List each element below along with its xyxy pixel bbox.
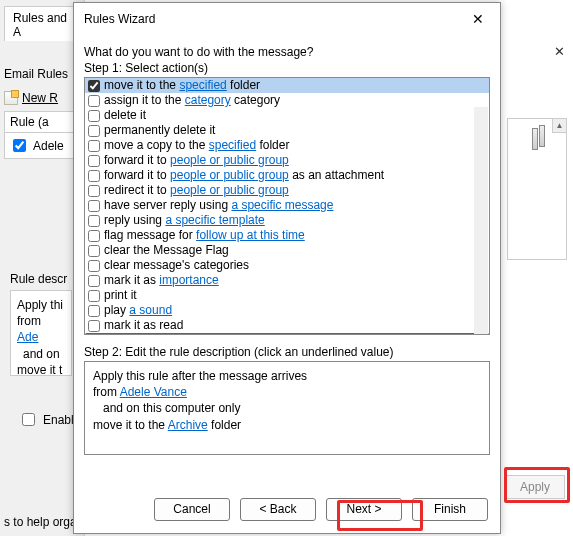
desc-line1: Apply this rule after the message arrive… bbox=[93, 368, 481, 384]
action-label: mark it as read bbox=[104, 319, 183, 332]
action-link[interactable]: follow up at this time bbox=[196, 228, 305, 242]
finish-button[interactable]: Finish bbox=[412, 498, 488, 521]
action-row[interactable]: have server reply using a specific messa… bbox=[85, 198, 489, 213]
action-checkbox[interactable] bbox=[88, 80, 100, 92]
action-checkbox[interactable] bbox=[88, 260, 100, 272]
rule-row-checkbox[interactable] bbox=[13, 139, 26, 152]
action-label: play a sound bbox=[104, 304, 172, 317]
next-button[interactable]: Next > bbox=[326, 498, 402, 521]
new-rule-label: New R bbox=[22, 91, 58, 105]
action-link[interactable]: people or public group bbox=[170, 168, 289, 182]
action-row[interactable]: forward it to people or public group as … bbox=[85, 168, 489, 183]
rule-row-name: Adele bbox=[33, 139, 64, 153]
action-link[interactable]: category bbox=[185, 93, 231, 107]
action-label: forward it to people or public group as … bbox=[104, 169, 384, 182]
action-label: have server reply using a specific messa… bbox=[104, 199, 333, 212]
action-link[interactable]: specified bbox=[209, 138, 256, 152]
desc-line4: move it to the Archive folder bbox=[93, 417, 481, 433]
apply-button[interactable]: Apply bbox=[505, 475, 565, 499]
back-button[interactable]: < Back bbox=[240, 498, 316, 521]
action-label: clear the Message Flag bbox=[104, 244, 229, 257]
action-link[interactable]: a specific template bbox=[165, 213, 264, 227]
action-checkbox[interactable] bbox=[88, 95, 100, 107]
new-rule-button[interactable]: New R bbox=[4, 91, 80, 105]
action-label: forward it to people or public group bbox=[104, 154, 289, 167]
desc-line3: and on this computer only bbox=[103, 400, 481, 416]
action-checkbox[interactable] bbox=[88, 140, 100, 152]
action-checkbox[interactable] bbox=[88, 200, 100, 212]
action-label: permanently delete it bbox=[104, 124, 215, 137]
rule-description-editor[interactable]: Apply this rule after the message arrive… bbox=[84, 361, 490, 455]
action-checkbox[interactable] bbox=[88, 155, 100, 167]
action-checkbox[interactable] bbox=[88, 320, 100, 332]
scroll-up-icon[interactable]: ▲ bbox=[552, 119, 566, 133]
desc-folder-link[interactable]: Archive bbox=[168, 418, 208, 432]
dialog-titlebar: Rules Wizard ✕ bbox=[74, 3, 500, 33]
new-rule-icon bbox=[4, 91, 18, 105]
desc-sender-link[interactable]: Adele Vance bbox=[120, 385, 187, 399]
action-link[interactable]: a sound bbox=[129, 303, 172, 317]
action-row[interactable]: delete it bbox=[85, 108, 489, 123]
step2-label: Step 2: Edit the rule description (click… bbox=[84, 345, 490, 359]
close-icon[interactable]: ✕ bbox=[466, 9, 490, 29]
action-row[interactable]: clear the Message Flag bbox=[85, 243, 489, 258]
cancel-button[interactable]: Cancel bbox=[154, 498, 230, 521]
wizard-prompt: What do you want to do with the message? bbox=[84, 45, 490, 59]
action-row[interactable]: reply using a specific template bbox=[85, 213, 489, 228]
action-row[interactable]: mark it as read bbox=[85, 318, 489, 333]
action-label: print it bbox=[104, 289, 137, 302]
rule-description-label: Rule descr bbox=[10, 272, 67, 286]
rule-row[interactable]: Adele bbox=[4, 133, 80, 159]
action-row[interactable]: move it to the specified folder bbox=[85, 78, 489, 93]
action-row[interactable]: flag message for follow up at this time bbox=[85, 228, 489, 243]
action-row[interactable]: forward it to people or public group bbox=[85, 153, 489, 168]
scrollbar-track[interactable] bbox=[474, 107, 488, 335]
rule-column-header: Rule (a bbox=[4, 111, 80, 133]
action-row[interactable]: print it bbox=[85, 288, 489, 303]
move-to-folder-icon bbox=[532, 125, 554, 147]
action-row[interactable]: permanently delete it bbox=[85, 123, 489, 138]
action-link[interactable]: specified bbox=[179, 78, 226, 92]
rules-wizard-dialog: Rules Wizard ✕ What do you want to do wi… bbox=[73, 2, 501, 534]
action-row[interactable]: redirect it to people or public group bbox=[85, 183, 489, 198]
action-label: move a copy to the specified folder bbox=[104, 139, 289, 152]
action-label: move it to the specified folder bbox=[104, 79, 260, 92]
dialog-buttons: Cancel < Back Next > Finish bbox=[74, 488, 500, 533]
enable-checkbox-input[interactable] bbox=[22, 413, 35, 426]
action-checkbox[interactable] bbox=[88, 245, 100, 257]
action-checkbox[interactable] bbox=[88, 290, 100, 302]
action-checkbox[interactable] bbox=[88, 275, 100, 287]
parent-rule-preview-box: ▲ bbox=[507, 118, 567, 260]
action-checkbox[interactable] bbox=[88, 230, 100, 242]
action-label: reply using a specific template bbox=[104, 214, 265, 227]
email-rules-label: Email Rules bbox=[4, 67, 80, 81]
action-row[interactable]: assign it to the category category bbox=[85, 93, 489, 108]
desc-line2: from Adele Vance bbox=[93, 384, 481, 400]
step1-label: Step 1: Select action(s) bbox=[84, 61, 490, 75]
parent-tab[interactable]: Rules and A bbox=[4, 6, 80, 41]
action-checkbox[interactable] bbox=[88, 170, 100, 182]
action-checkbox[interactable] bbox=[88, 305, 100, 317]
action-checkbox[interactable] bbox=[88, 215, 100, 227]
action-label: assign it to the category category bbox=[104, 94, 280, 107]
action-label: mark it as importance bbox=[104, 274, 219, 287]
parent-close-icon[interactable]: ✕ bbox=[554, 44, 565, 59]
enable-rule-checkbox[interactable]: Enable bbox=[18, 410, 80, 429]
action-link[interactable]: a specific message bbox=[231, 198, 333, 212]
parent-help-text: s to help orga bbox=[4, 515, 77, 529]
action-checkbox[interactable] bbox=[88, 185, 100, 197]
action-checkbox[interactable] bbox=[88, 110, 100, 122]
action-label: redirect it to people or public group bbox=[104, 184, 289, 197]
action-row[interactable]: mark it as importance bbox=[85, 273, 489, 288]
action-row[interactable]: play a sound bbox=[85, 303, 489, 318]
action-label: flag message for follow up at this time bbox=[104, 229, 305, 242]
action-link[interactable]: people or public group bbox=[170, 153, 289, 167]
action-row[interactable]: stop processing more rules bbox=[85, 333, 489, 335]
rule-description-box: Apply thi from Ade and on move it t and … bbox=[10, 290, 72, 376]
action-row[interactable]: move a copy to the specified folder bbox=[85, 138, 489, 153]
action-link[interactable]: importance bbox=[159, 273, 218, 287]
action-link[interactable]: people or public group bbox=[170, 183, 289, 197]
action-checkbox[interactable] bbox=[88, 125, 100, 137]
actions-list[interactable]: move it to the specified folderassign it… bbox=[84, 77, 490, 335]
action-row[interactable]: clear message's categories bbox=[85, 258, 489, 273]
